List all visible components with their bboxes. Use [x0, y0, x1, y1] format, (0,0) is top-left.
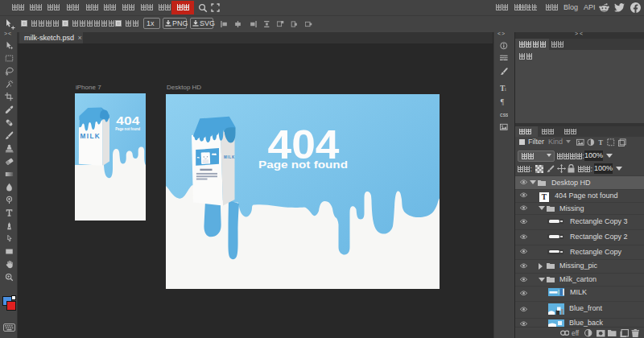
svg-text:Page not found: Page not found: [115, 126, 140, 131]
svg-text:i: i: [505, 87, 506, 92]
svg-text:MILK: MILK: [224, 155, 235, 159]
svg-text:eff: eff: [572, 329, 580, 337]
svg-text:¶: ¶: [501, 97, 505, 105]
svg-text:Page not found: Page not found: [258, 159, 348, 171]
svg-text:T: T: [598, 138, 603, 146]
svg-text:CSS: CSS: [500, 113, 508, 117]
svg-text:MILK: MILK: [80, 133, 101, 140]
